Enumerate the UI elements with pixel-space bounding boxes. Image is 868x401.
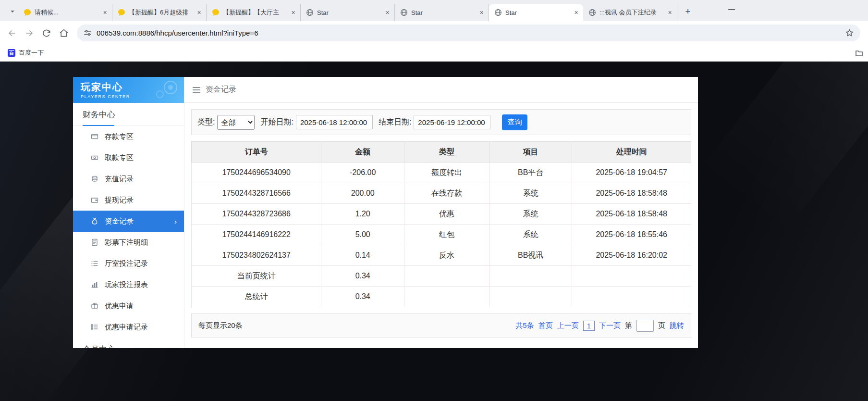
next-page-link[interactable]: 下一页: [599, 321, 621, 330]
cell-empty: [404, 287, 489, 307]
bar-chart-icon: [91, 281, 98, 288]
bookmark-star-icon[interactable]: [845, 29, 854, 37]
bookmark-label: 百度一下: [19, 49, 44, 57]
tab-close-icon[interactable]: ×: [101, 9, 109, 17]
cell-amount: 0.34: [321, 266, 404, 287]
tab-title: Star: [505, 9, 569, 16]
tab-close-icon[interactable]: ×: [666, 9, 674, 17]
tab-title: 请稍候...: [35, 8, 98, 17]
sidebar-item-recharge-records[interactable]: 充值记录: [73, 168, 184, 189]
browser-toolbar: 006539.com:8886/hhcp/usercenter.html?ini…: [0, 21, 868, 45]
site-settings-icon[interactable]: [84, 29, 92, 37]
baidu-favicon: 百: [8, 49, 15, 57]
tab-strip: 请稍候... × 【新提醒】6月超级排 × 【新提醒】【大厅主 × Star ×…: [0, 0, 868, 21]
sidebar-item-hall-bet-records[interactable]: 厅室投注记录: [73, 253, 184, 274]
chat-favicon: [24, 9, 31, 16]
cell-amount: 5.00: [321, 225, 404, 245]
tab-notice-2[interactable]: 【新提醒】【大厅主 ×: [207, 4, 301, 21]
tab-star-active[interactable]: Star ×: [489, 4, 583, 21]
cell-time: 2025-06-18 18:58:48: [572, 204, 691, 225]
sidebar-item-label: 资金记录: [105, 217, 134, 226]
tab-title: Star: [317, 9, 380, 16]
section-member-center: 会员中心: [73, 338, 184, 348]
sidebar-item-funds-records[interactable]: 资金记录 ›: [73, 211, 184, 232]
cell-time: 2025-06-18 16:20:02: [572, 245, 691, 266]
cell-type: 红包: [404, 225, 489, 245]
cell-label: 总统计: [192, 287, 321, 307]
sidebar-item-label: 充值记录: [105, 175, 134, 184]
cell-amount: 1.20: [321, 204, 404, 225]
search-button[interactable]: 查询: [502, 114, 527, 130]
col-header-type: 类型: [404, 142, 489, 163]
bookmarks-folder-icon[interactable]: [855, 49, 863, 57]
col-header-time: 处理时间: [572, 142, 691, 163]
bookmark-baidu[interactable]: 百 百度一下: [5, 47, 47, 59]
tab-close-icon[interactable]: ×: [195, 9, 203, 17]
end-date-input[interactable]: [414, 115, 490, 129]
coins-icon: [91, 175, 98, 183]
cell-order: 1750244696534090: [192, 163, 321, 183]
table-row: 1750244328716566 200.00 在线存款 系统 2025-06-…: [192, 183, 691, 204]
back-button[interactable]: [4, 25, 20, 41]
page-background: 玩家中心 PLAYERS CENTER 财务中心 存款专区 取款专区 充值记录 …: [0, 62, 868, 401]
tab-video-records[interactable]: :::视讯 会员下注纪录 ×: [583, 4, 677, 21]
current-page-badge[interactable]: 1: [583, 321, 595, 331]
globe-favicon: [588, 9, 596, 16]
tab-notice-1[interactable]: 【新提醒】6月超级排 ×: [112, 4, 207, 21]
sidebar-item-lottery-bet-details[interactable]: 彩票下注明细: [73, 232, 184, 253]
money-bag-icon: [91, 217, 98, 225]
tab-title: Star: [411, 9, 474, 16]
page-suffix-label: 页: [658, 321, 665, 330]
home-button[interactable]: [56, 25, 72, 41]
sidebar-item-player-bet-report[interactable]: 玩家投注报表: [73, 274, 184, 295]
cell-item: 系统: [489, 204, 572, 225]
tab-star-1[interactable]: Star ×: [301, 4, 395, 21]
sidebar-item-promo-apply-records[interactable]: 优惠申请记录: [73, 316, 184, 338]
sidebar-item-label: 玩家投注报表: [105, 280, 148, 289]
sidebar-item-deposit[interactable]: 存款专区: [73, 126, 184, 147]
sidebar-item-label: 彩票下注明细: [105, 238, 148, 247]
url-text[interactable]: 006539.com:8886/hhcp/usercenter.html?ini…: [97, 29, 841, 37]
table-row: 1750244328723686 1.20 优惠 系统 2025-06-18 1…: [192, 204, 691, 225]
cell-type: 额度转出: [404, 163, 489, 183]
sidebar-item-label: 存款专区: [105, 132, 134, 141]
tab-close-icon[interactable]: ×: [477, 9, 486, 17]
forward-button[interactable]: [21, 25, 37, 41]
tab-loading[interactable]: 请稍候... ×: [18, 4, 112, 21]
col-header-item: 项目: [489, 142, 572, 163]
reload-button[interactable]: [38, 25, 55, 41]
cell-order: 1750244146916222: [192, 225, 321, 245]
main-content: 资金记录 类型: 全部 开始日期: 结束日期: 查询: [184, 77, 698, 348]
cell-amount: -206.00: [321, 163, 404, 183]
tab-close-icon[interactable]: ×: [572, 9, 580, 17]
tab-search-icon[interactable]: [10, 9, 16, 15]
jump-link[interactable]: 跳转: [670, 321, 684, 330]
pagination-bar: 每页显示20条 共5条 首页 上一页 1 下一页 第 页 跳转: [191, 313, 691, 338]
sidebar-item-promo-apply[interactable]: 优惠申请: [73, 295, 184, 316]
type-select[interactable]: 全部: [217, 115, 255, 130]
cell-empty: [489, 266, 572, 287]
cell-type: 优惠: [404, 204, 489, 225]
end-date-label: 结束日期:: [379, 117, 411, 127]
cell-label: 当前页统计: [192, 266, 321, 287]
tab-title: 【新提醒】6月超级排: [129, 8, 192, 17]
funds-records-table: 订单号 金额 类型 项目 处理时间 1750244696534090 -206.…: [191, 141, 691, 307]
filter-bar: 类型: 全部 开始日期: 结束日期: 查询: [191, 109, 691, 135]
address-bar[interactable]: 006539.com:8886/hhcp/usercenter.html?ini…: [77, 25, 860, 41]
tab-close-icon[interactable]: ×: [289, 9, 297, 17]
tab-star-2[interactable]: Star ×: [395, 4, 489, 21]
chat-favicon: [212, 9, 220, 16]
globe-favicon: [306, 9, 314, 16]
new-tab-button[interactable]: +: [681, 5, 695, 18]
sidebar-item-withdraw[interactable]: 取款专区: [73, 147, 184, 168]
prev-page-link[interactable]: 上一页: [557, 321, 579, 330]
tab-close-icon[interactable]: ×: [383, 9, 391, 17]
first-page-link[interactable]: 首页: [538, 321, 553, 330]
cell-item: 系统: [489, 225, 572, 245]
gamepad-icon: [152, 80, 179, 101]
page-jump-input[interactable]: [636, 320, 654, 332]
table-row: 1750244696534090 -206.00 额度转出 BB平台 2025-…: [192, 163, 691, 183]
start-date-input[interactable]: [296, 115, 373, 129]
sidebar-item-cashout-records[interactable]: 提现记录: [73, 189, 184, 211]
window-minimize-button[interactable]: —: [724, 5, 739, 13]
